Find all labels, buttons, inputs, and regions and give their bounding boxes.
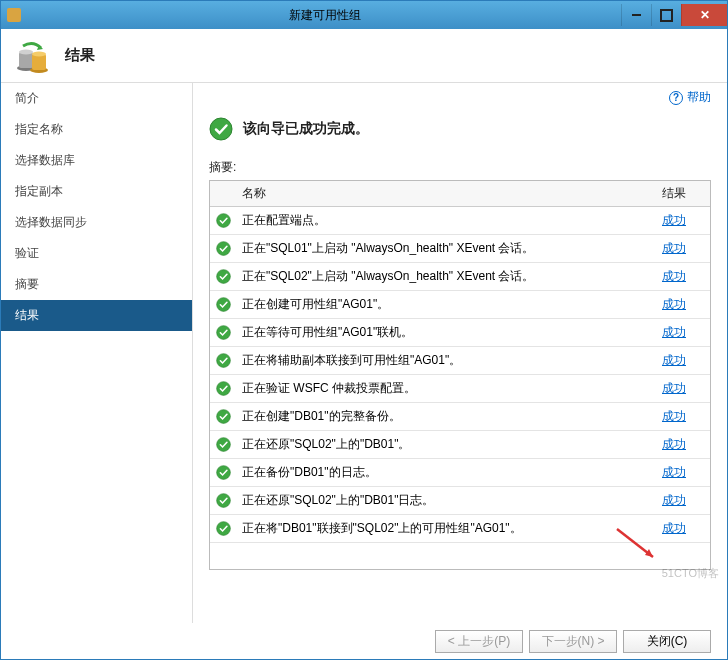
minimize-button[interactable]: [621, 4, 651, 26]
result-link[interactable]: 成功: [662, 465, 686, 479]
window-controls: [621, 4, 727, 26]
maximize-button[interactable]: [651, 4, 681, 26]
help-link[interactable]: ? 帮助: [669, 89, 711, 106]
check-icon: [216, 297, 231, 312]
table-row: 正在将"DB01"联接到"SQL02"上的可用性组"AG01"。成功: [210, 515, 710, 543]
nav-item-databases[interactable]: 选择数据库: [1, 145, 192, 176]
grid-header: 名称 结果: [210, 181, 710, 207]
table-row: 正在还原"SQL02"上的"DB01"。成功: [210, 431, 710, 459]
nav-item-intro[interactable]: 简介: [1, 83, 192, 114]
result-link[interactable]: 成功: [662, 381, 686, 395]
status-row: 该向导已成功完成。: [209, 117, 711, 141]
page-title: 结果: [65, 46, 95, 65]
page-header: 结果: [1, 29, 727, 83]
next-button: 下一步(N) >: [529, 630, 617, 653]
table-row: 正在创建"DB01"的完整备份。成功: [210, 403, 710, 431]
check-icon: [216, 241, 231, 256]
app-icon: [7, 8, 21, 22]
row-name: 正在配置端点。: [236, 207, 656, 234]
check-icon: [216, 213, 231, 228]
result-link[interactable]: 成功: [662, 409, 686, 423]
row-name: 正在还原"SQL02"上的"DB01"日志。: [236, 487, 656, 514]
check-icon: [216, 465, 231, 480]
svg-point-6: [32, 51, 46, 56]
row-name: 正在等待可用性组"AG01"联机。: [236, 319, 656, 346]
check-icon: [216, 409, 231, 424]
prev-button: < 上一步(P): [435, 630, 523, 653]
result-link[interactable]: 成功: [662, 213, 686, 227]
check-icon: [216, 493, 231, 508]
result-link[interactable]: 成功: [662, 353, 686, 367]
help-icon: ?: [669, 91, 683, 105]
nav-item-sync[interactable]: 选择数据同步: [1, 207, 192, 238]
col-header-name: 名称: [236, 181, 656, 206]
main-content: ? 帮助 该向导已成功完成。 摘要: 名称 结果 正在配置端点。成功正在"SQL…: [193, 83, 727, 623]
result-link[interactable]: 成功: [662, 521, 686, 535]
nav-item-replicas[interactable]: 指定副本: [1, 176, 192, 207]
table-row: 正在"SQL02"上启动 "AlwaysOn_health" XEvent 会话…: [210, 263, 710, 291]
result-link[interactable]: 成功: [662, 437, 686, 451]
help-label: 帮助: [687, 89, 711, 106]
nav-item-name[interactable]: 指定名称: [1, 114, 192, 145]
row-name: 正在还原"SQL02"上的"DB01"。: [236, 431, 656, 458]
table-row: 正在配置端点。成功: [210, 207, 710, 235]
status-message: 该向导已成功完成。: [243, 120, 369, 138]
table-row: 正在创建可用性组"AG01"。成功: [210, 291, 710, 319]
result-link[interactable]: 成功: [662, 269, 686, 283]
result-link[interactable]: 成功: [662, 297, 686, 311]
row-name: 正在"SQL01"上启动 "AlwaysOn_health" XEvent 会话…: [236, 235, 656, 262]
check-icon: [216, 521, 231, 536]
wizard-footer: < 上一步(P) 下一步(N) > 关闭(C): [1, 623, 727, 659]
nav-item-results[interactable]: 结果: [1, 300, 192, 331]
table-row: 正在备份"DB01"的日志。成功: [210, 459, 710, 487]
row-name: 正在"SQL02"上启动 "AlwaysOn_health" XEvent 会话…: [236, 263, 656, 290]
check-icon: [216, 325, 231, 340]
check-icon: [216, 269, 231, 284]
row-name: 正在创建"DB01"的完整备份。: [236, 403, 656, 430]
window-title: 新建可用性组: [29, 7, 621, 24]
table-row: 正在将辅助副本联接到可用性组"AG01"。成功: [210, 347, 710, 375]
table-row: 正在验证 WSFC 仲裁投票配置。成功: [210, 375, 710, 403]
close-button[interactable]: 关闭(C): [623, 630, 711, 653]
row-name: 正在将辅助副本联接到可用性组"AG01"。: [236, 347, 656, 374]
check-icon: [216, 381, 231, 396]
check-icon: [216, 437, 231, 452]
nav-item-summary[interactable]: 摘要: [1, 269, 192, 300]
titlebar: 新建可用性组: [1, 1, 727, 29]
nav-item-validate[interactable]: 验证: [1, 238, 192, 269]
row-name: 正在验证 WSFC 仲裁投票配置。: [236, 375, 656, 402]
check-icon: [216, 353, 231, 368]
wizard-nav: 简介 指定名称 选择数据库 指定副本 选择数据同步 验证 摘要 结果: [1, 83, 193, 623]
summary-label: 摘要:: [209, 159, 711, 176]
success-icon: [209, 117, 233, 141]
col-header-result: 结果: [656, 181, 710, 206]
row-name: 正在创建可用性组"AG01"。: [236, 291, 656, 318]
row-name: 正在备份"DB01"的日志。: [236, 459, 656, 486]
row-name: 正在将"DB01"联接到"SQL02"上的可用性组"AG01"。: [236, 515, 656, 542]
close-window-button[interactable]: [681, 4, 727, 26]
result-link[interactable]: 成功: [662, 325, 686, 339]
table-row: 正在还原"SQL02"上的"DB01"日志。成功: [210, 487, 710, 515]
result-link[interactable]: 成功: [662, 493, 686, 507]
results-grid: 名称 结果 正在配置端点。成功正在"SQL01"上启动 "AlwaysOn_he…: [209, 180, 711, 570]
result-link[interactable]: 成功: [662, 241, 686, 255]
wizard-icon: [15, 38, 51, 74]
table-row: 正在"SQL01"上启动 "AlwaysOn_health" XEvent 会话…: [210, 235, 710, 263]
table-row: 正在等待可用性组"AG01"联机。成功: [210, 319, 710, 347]
svg-point-3: [19, 49, 33, 54]
